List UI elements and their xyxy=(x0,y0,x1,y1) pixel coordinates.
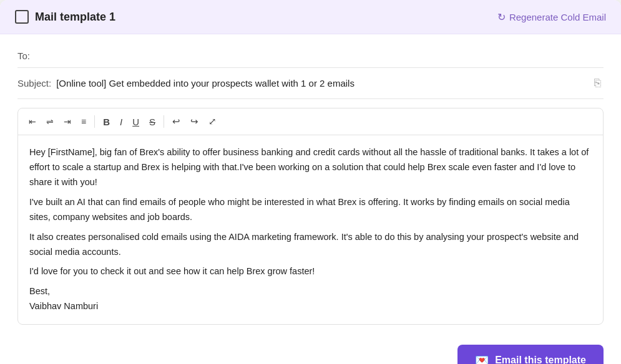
email-para-1: Hey [FirstName], big fan of Brex's abili… xyxy=(29,145,592,190)
email-template-icon: 💌 xyxy=(475,353,489,364)
undo-icon: ↩ xyxy=(172,116,180,127)
to-row: To: xyxy=(17,47,604,68)
content: To: Subject: [Online tool] Get embedded … xyxy=(0,34,621,335)
align-justify-button[interactable]: ≡ xyxy=(77,114,90,129)
subject-label: Subject: xyxy=(17,78,51,89)
copy-subject-button[interactable]: ⎘ xyxy=(592,75,604,91)
align-right-icon: ⇥ xyxy=(64,117,71,127)
mail-template-card: Mail template 1 ↻ Regenerate Cold Email … xyxy=(0,0,621,364)
email-sign-name: Vaibhav Namburi xyxy=(29,299,592,314)
email-sign-best: Best, xyxy=(29,284,592,299)
email-para-3: It also creates personalised cold emails… xyxy=(29,230,592,260)
bold-button[interactable]: B xyxy=(99,114,114,130)
strikethrough-button[interactable]: S xyxy=(145,114,160,130)
toolbar-divider-1 xyxy=(94,115,95,128)
redo-icon: ↪ xyxy=(190,116,198,127)
header-title: Mail template 1 xyxy=(35,11,115,24)
redo-button[interactable]: ↪ xyxy=(186,113,203,130)
expand-button[interactable]: ⤢ xyxy=(204,113,221,130)
header-left: Mail template 1 xyxy=(15,10,115,24)
align-left-button[interactable]: ⇤ xyxy=(24,114,41,129)
editor-area: ⇤ ⇌ ⇥ ≡ B I U xyxy=(17,108,604,325)
toolbar: ⇤ ⇌ ⇥ ≡ B I U xyxy=(18,108,603,135)
mail-template-icon xyxy=(15,10,29,24)
underline-button[interactable]: U xyxy=(128,114,144,130)
bold-icon: B xyxy=(103,117,110,127)
email-para-2: I've built an AI that can find emails of… xyxy=(29,195,592,225)
align-left-icon: ⇤ xyxy=(29,117,36,127)
align-center-icon: ⇌ xyxy=(46,117,54,127)
subject-value: [Online tool] Get embedded into your pro… xyxy=(56,78,587,89)
strikethrough-icon: S xyxy=(149,117,155,127)
email-template-label: Email this template xyxy=(495,355,586,364)
align-justify-icon: ≡ xyxy=(81,117,86,127)
copy-icon: ⎘ xyxy=(594,77,601,89)
regenerate-label: Regenerate Cold Email xyxy=(509,12,606,22)
email-para-4: I'd love for you to check it out and see… xyxy=(29,264,592,279)
italic-button[interactable]: I xyxy=(115,114,127,130)
expand-icon: ⤢ xyxy=(208,116,217,127)
regenerate-icon: ↻ xyxy=(497,11,506,23)
italic-icon: I xyxy=(120,117,122,127)
underline-icon: U xyxy=(132,117,139,127)
header: Mail template 1 ↻ Regenerate Cold Email xyxy=(0,0,621,34)
regenerate-cold-email-button[interactable]: ↻ Regenerate Cold Email xyxy=(497,11,606,23)
align-right-button[interactable]: ⇥ xyxy=(59,114,76,129)
email-body[interactable]: Hey [FirstName], big fan of Brex's abili… xyxy=(18,135,603,324)
align-center-button[interactable]: ⇌ xyxy=(42,114,58,129)
undo-button[interactable]: ↩ xyxy=(168,113,185,130)
footer: 💌 Email this template xyxy=(0,335,621,364)
to-label: To: xyxy=(17,50,30,61)
toolbar-divider-2 xyxy=(164,115,164,128)
email-this-template-button[interactable]: 💌 Email this template xyxy=(457,345,604,364)
subject-row: Subject: [Online tool] Get embedded into… xyxy=(17,68,604,99)
